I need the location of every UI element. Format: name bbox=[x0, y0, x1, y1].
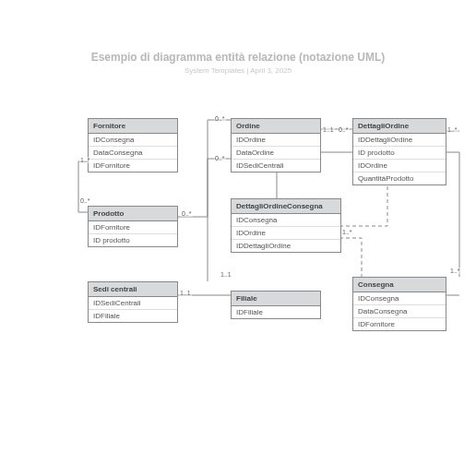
entity-header: DettagliOrdine bbox=[353, 119, 446, 134]
entity-attribute: IDSediCentrali bbox=[232, 160, 320, 172]
entity-attribute: DataOrdine bbox=[232, 147, 320, 160]
entity-attribute: IDOrdine bbox=[232, 227, 340, 240]
entity-header: Ordine bbox=[232, 119, 320, 134]
entity-header: Sedi centrali bbox=[89, 282, 177, 297]
entity-attribute: DataConsegna bbox=[353, 305, 446, 318]
entity-attribute: IDFiliale bbox=[232, 306, 320, 318]
multiplicity-label: 1..* bbox=[449, 268, 461, 274]
entity-attribute: QuantitàProdotto bbox=[353, 173, 446, 184]
entity-consegna[interactable]: ConsegnaIDConsegnaDataConsegnaIDFornitor… bbox=[352, 277, 446, 331]
entity-header: Prodotto bbox=[89, 207, 177, 221]
entity-ordine[interactable]: OrdineIDOrdineDataOrdineIDSediCentrali bbox=[231, 118, 321, 173]
entity-fornitore[interactable]: FornitoreIDConsegnaDataConsegnaIDFornito… bbox=[88, 118, 178, 173]
entity-dettagliOrdine[interactable]: DettagliOrdineIDDettagliOrdineID prodott… bbox=[352, 118, 446, 185]
entity-sediCentrali[interactable]: Sedi centraliIDSediCentraliIDFiliale bbox=[88, 281, 178, 323]
multiplicity-label: 1..* bbox=[446, 126, 458, 133]
entity-attribute: IDConsegna bbox=[89, 134, 177, 147]
multiplicity-label: 0..* bbox=[214, 115, 226, 122]
multiplicity-label: 1..1 bbox=[179, 290, 192, 296]
diagram-subtitle: System Templates | April 3, 2025 bbox=[0, 66, 476, 75]
diagram-canvas: Esempio di diagramma entità relazione (n… bbox=[0, 0, 476, 476]
multiplicity-label: 1..* bbox=[341, 229, 353, 235]
multiplicity-label: 0..* bbox=[338, 126, 350, 133]
entity-header: DettagliOrdineConsegna bbox=[232, 199, 340, 214]
entity-attribute: IDOrdine bbox=[353, 160, 446, 173]
entity-attribute: IDOrdine bbox=[232, 134, 320, 147]
entity-attribute: ID prodotto bbox=[353, 147, 446, 160]
entity-dettagliOrdineConsegna[interactable]: DettagliOrdineConsegnaIDConsegnaIDOrdine… bbox=[231, 198, 341, 253]
entity-attribute: IDDettagliOrdine bbox=[232, 240, 340, 252]
entity-header: Fornitore bbox=[89, 119, 177, 134]
entity-attribute: IDFornitore bbox=[89, 160, 177, 172]
entity-attribute: IDFornitore bbox=[353, 318, 446, 330]
multiplicity-label: 0..* bbox=[214, 155, 226, 161]
diagram-title: Esempio di diagramma entità relazione (n… bbox=[0, 51, 476, 64]
multiplicity-label: 1..* bbox=[79, 157, 91, 163]
entity-attribute: ID prodotto bbox=[89, 234, 177, 246]
entity-header: Consegna bbox=[353, 278, 446, 292]
entity-attribute: IDFiliale bbox=[89, 310, 177, 322]
entity-prodotto[interactable]: ProdottoIDFornitoreID prodotto bbox=[88, 206, 178, 247]
entity-filiale[interactable]: FilialeIDFiliale bbox=[231, 291, 321, 319]
multiplicity-label: 0..* bbox=[79, 197, 91, 204]
entity-attribute: IDDettagliOrdine bbox=[353, 134, 446, 147]
multiplicity-label: 1..1 bbox=[322, 126, 335, 133]
multiplicity-label: 1..1 bbox=[220, 271, 232, 278]
entity-attribute: IDFornitore bbox=[89, 221, 177, 234]
multiplicity-label: 0..* bbox=[181, 210, 193, 217]
entity-attribute: DataConsegna bbox=[89, 147, 177, 160]
entity-attribute: IDConsegna bbox=[353, 292, 446, 305]
entity-header: Filiale bbox=[232, 292, 320, 306]
entity-attribute: IDConsegna bbox=[232, 214, 340, 227]
entity-attribute: IDSediCentrali bbox=[89, 297, 177, 310]
